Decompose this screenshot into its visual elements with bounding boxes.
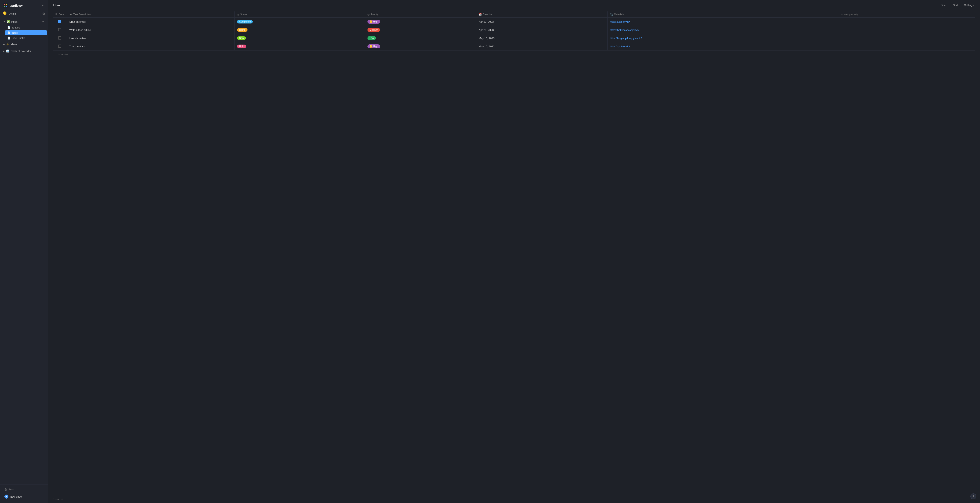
new-page-button[interactable]: + New page — [3, 493, 45, 500]
sidebar-nav: ▼ ✅ Inbox + 📄 To-Dos 📄 Inbox 📄 Side Hust… — [0, 18, 48, 485]
materials-cell: https://appflowy.io/ — [608, 42, 839, 51]
new-page-label: New page — [10, 495, 22, 498]
priority-badge: Medium — [368, 28, 380, 32]
status-badge: Completed — [237, 20, 253, 24]
sidebar-header: appflowy « — [0, 0, 48, 10]
filter-button[interactable]: Filter — [939, 3, 948, 8]
main-header: Inbox Filter Sort Settings — [48, 0, 980, 10]
col-deadline: 📅 Deadline — [476, 11, 607, 18]
content-calendar-add-button[interactable]: + — [41, 49, 45, 53]
task-cell: Launch review — [67, 34, 235, 42]
priority-badge: 🟡 High — [368, 20, 380, 24]
table-body: ✓Draft an emailCompleted🟡 HighApr 27, 20… — [53, 18, 975, 51]
trash-icon: 🗑 — [5, 488, 7, 491]
done-checkbox[interactable] — [58, 28, 61, 31]
chevron-right-icon: ▶ — [3, 43, 5, 45]
materials-col-icon: 📎 — [610, 13, 613, 16]
task-cell: Track metrics — [67, 42, 235, 51]
priority-cell: Medium — [365, 26, 476, 34]
collapse-sidebar-button[interactable]: « — [41, 3, 45, 8]
done-cell — [53, 34, 67, 42]
done-checkbox[interactable]: ✓ — [58, 20, 61, 23]
deadline-col-icon: 📅 — [479, 13, 482, 16]
sort-button[interactable]: Sort — [951, 3, 959, 8]
todos-label: To-Dos — [12, 26, 20, 29]
materials-link[interactable]: https://appflowy.io/ — [610, 45, 630, 48]
svg-point-2 — [6, 3, 7, 5]
done-checkbox[interactable] — [58, 45, 61, 48]
table-header-row: ☑ Done Aa Task Description ◎ Statu — [53, 11, 975, 18]
materials-cell: https://appflowy.io/ — [608, 18, 839, 26]
user-name: Annie — [9, 12, 16, 15]
status-cell: New — [235, 34, 365, 42]
text-col-icon: Aa — [69, 13, 72, 16]
priority-badge: 🟡 High — [368, 44, 380, 48]
priority-cell: 🟡 High — [365, 42, 476, 51]
plus-circle-icon: + — [5, 495, 8, 498]
ideas-add-button[interactable]: + — [41, 42, 45, 46]
content-calendar-group-label: Content Calendar — [11, 50, 31, 53]
new-property-cell — [839, 18, 975, 26]
deadline-cell: May 10, 2023 — [476, 34, 607, 42]
done-checkbox[interactable] — [58, 36, 61, 40]
done-cell: ✓ — [53, 18, 67, 26]
user-settings-icon[interactable]: ⚙ — [42, 12, 45, 16]
new-property-cell — [839, 34, 975, 42]
table-row[interactable]: Write a tech articleDoingMediumApr 29, 2… — [53, 26, 975, 34]
table-row[interactable]: ✓Draft an emailCompleted🟡 HighApr 27, 20… — [53, 18, 975, 26]
inbox-add-button[interactable]: + — [41, 19, 45, 24]
svg-point-3 — [3, 6, 5, 7]
priority-col-icon: ◎ — [368, 13, 369, 16]
done-cell — [53, 26, 67, 34]
nav-group-content-calendar[interactable]: ▶ 🗓️ Content Calendar + — [1, 48, 47, 54]
materials-link[interactable]: https://twitter.com/appflowy — [610, 29, 639, 32]
help-button[interactable]: ? — [970, 493, 977, 500]
svg-rect-0 — [3, 3, 8, 8]
nav-group-inbox[interactable]: ▼ ✅ Inbox + — [1, 18, 47, 25]
priority-badge: Low — [368, 36, 376, 40]
deadline-cell: Apr 27, 2023 — [476, 18, 607, 26]
logo-area: appflowy — [3, 3, 23, 8]
sidebar-item-inbox[interactable]: 📄 Inbox — [5, 30, 47, 35]
deadline-cell: May 10, 2023 — [476, 42, 607, 51]
sidebar-footer: 🗑 Trash + New page — [0, 485, 48, 503]
col-done: ☑ Done — [53, 11, 67, 18]
table-footer: Count : 4 — [48, 496, 980, 503]
side-hustle-label: Side Hustle — [12, 37, 25, 40]
status-badge: Hold — [237, 45, 246, 48]
new-property-cell — [839, 42, 975, 51]
document-icon: 📄 — [7, 31, 10, 34]
table-row[interactable]: Track metricsHold🟡 HighMay 10, 2023https… — [53, 42, 975, 51]
header-actions: Filter Sort Settings — [939, 3, 975, 8]
nav-group-ideas[interactable]: ▶ ⚡ Ideas + — [1, 41, 47, 47]
materials-cell: https://blog-appflowy.ghost.io/ — [608, 34, 839, 42]
col-new-property[interactable]: + New property — [839, 11, 975, 18]
document-icon: 📄 — [7, 26, 10, 29]
trash-button[interactable]: 🗑 Trash — [3, 487, 45, 492]
checkbox-col-icon: ☑ — [56, 13, 57, 16]
materials-link[interactable]: https://blog-appflowy.ghost.io/ — [610, 37, 642, 40]
sidebar-item-side-hustle[interactable]: 📄 Side Hustle — [5, 35, 47, 40]
priority-cell: 🟡 High — [365, 18, 476, 26]
nav-section-content-calendar: ▶ 🗓️ Content Calendar + — [0, 48, 48, 54]
new-row-button[interactable]: + New row — [53, 51, 975, 58]
task-cell: Draft an email — [67, 18, 235, 26]
col-priority: ◎ Priority — [365, 11, 476, 18]
nav-section-inbox: ▼ ✅ Inbox + 📄 To-Dos 📄 Inbox 📄 Side Hust… — [0, 18, 48, 40]
new-row-label: + New row — [56, 53, 68, 56]
new-property-cell — [839, 26, 975, 34]
status-cell: Doing — [235, 26, 365, 34]
col-materials: 📎 Materials — [608, 11, 839, 18]
appflowy-logo-icon — [3, 3, 8, 8]
status-cell: Completed — [235, 18, 365, 26]
status-badge: Doing — [237, 28, 247, 32]
status-col-icon: ◎ — [237, 13, 239, 16]
settings-button[interactable]: Settings — [963, 3, 975, 8]
table-row[interactable]: Launch reviewNewLowMay 10, 2023https://b… — [53, 34, 975, 42]
inbox-group-label: Inbox — [11, 20, 18, 23]
trash-label: Trash — [9, 488, 15, 491]
materials-cell: https://twitter.com/appflowy — [608, 26, 839, 34]
svg-point-4 — [6, 6, 7, 7]
materials-link[interactable]: https://appflowy.io/ — [610, 21, 630, 23]
sidebar-item-todos[interactable]: 📄 To-Dos — [5, 25, 47, 30]
